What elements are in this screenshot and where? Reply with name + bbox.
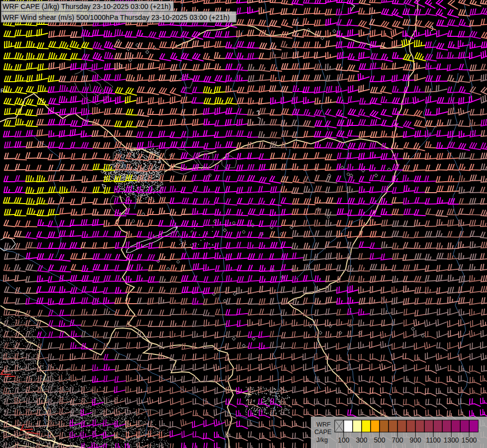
svg-text:700: 700 bbox=[391, 437, 403, 444]
svg-text:J/kg: J/kg bbox=[316, 437, 328, 444]
svg-text:WRF: WRF bbox=[316, 421, 331, 428]
svg-text:500: 500 bbox=[374, 437, 385, 444]
svg-text:1300: 1300 bbox=[444, 437, 459, 444]
svg-text:1500: 1500 bbox=[462, 437, 477, 444]
svg-text:WRF Wind shear (m/s) 500/1000h: WRF Wind shear (m/s) 500/1000hPa Thursda… bbox=[2, 13, 230, 21]
svg-text:100: 100 bbox=[338, 437, 349, 444]
svg-text:CAPE: CAPE bbox=[314, 429, 331, 436]
svg-text:900: 900 bbox=[410, 437, 421, 444]
svg-text:WRF CAPE (J/kg) Thursday 23-10: WRF CAPE (J/kg) Thursday 23-10-2025 03:0… bbox=[2, 2, 171, 10]
svg-text:300: 300 bbox=[356, 437, 367, 444]
svg-text:1100: 1100 bbox=[426, 437, 441, 444]
